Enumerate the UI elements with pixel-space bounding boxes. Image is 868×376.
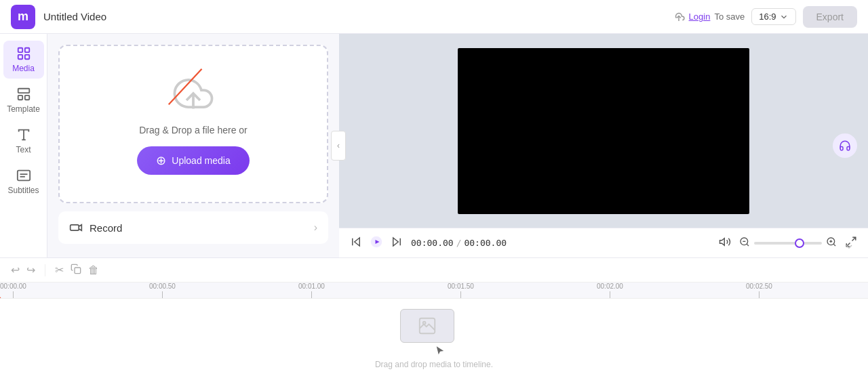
svg-rect-5 <box>18 89 29 93</box>
zoom-out-icon <box>739 236 750 247</box>
zoom-slider[interactable] <box>754 242 822 245</box>
svg-rect-1 <box>18 48 22 52</box>
preview-section: ‹ <box>339 34 868 257</box>
zoom-area <box>739 236 837 250</box>
collapse-panel-button[interactable]: ‹ <box>331 131 346 161</box>
template-icon <box>16 87 31 102</box>
play-icon <box>370 236 382 248</box>
zoom-in-icon <box>826 236 837 247</box>
skip-forward-button[interactable] <box>391 236 403 250</box>
cursor-icon <box>434 345 446 357</box>
topbar: m Untitled Video Login To save 16:9 Expo… <box>0 0 868 34</box>
svg-rect-2 <box>24 48 28 52</box>
media-panel: Drag & Drop a file here or ⊕ Upload medi… <box>47 34 339 257</box>
timeline-area: ↩ ↪ ✂ 🗑 00:00.00 00:00.50 <box>0 257 868 376</box>
text-icon <box>16 127 31 142</box>
image-placeholder-icon <box>417 316 437 336</box>
cut-button[interactable]: ✂ <box>55 264 64 276</box>
timeline-content: Drag and drop media to timeline. <box>0 299 868 376</box>
playback-bar: 00:00.00 / 00:00.00 <box>339 228 868 257</box>
delete-button[interactable]: 🗑 <box>88 264 99 276</box>
ruler-mark-0: 00:00.00 <box>0 283 26 298</box>
svg-rect-7 <box>24 96 28 100</box>
upload-media-button[interactable]: ⊕ Upload media <box>137 146 249 175</box>
chevron-right-icon: › <box>314 222 317 234</box>
timeline-toolbar: ↩ ↪ ✂ 🗑 <box>0 258 868 283</box>
time-display: 00:00.00 / 00:00.00 <box>411 238 507 248</box>
sidebar: Media Template Text Subtitles <box>0 34 47 257</box>
record-icon <box>69 221 83 234</box>
svg-rect-3 <box>18 55 22 59</box>
ruler-mark-4: 00:02.00 <box>597 283 623 298</box>
sidebar-item-media[interactable]: Media <box>3 41 44 79</box>
svg-rect-4 <box>24 55 28 59</box>
login-hint: Login To save <box>673 11 745 23</box>
svg-marker-22 <box>720 238 725 246</box>
page-title: Untitled Video <box>43 11 665 22</box>
collapse-timeline-button[interactable] <box>841 238 857 255</box>
play-button[interactable] <box>370 236 382 250</box>
skip-back-button[interactable] <box>350 236 362 250</box>
skip-forward-icon <box>391 236 403 248</box>
audio-monitor-button[interactable] <box>833 133 857 158</box>
ratio-select[interactable]: 16:9 <box>751 8 795 25</box>
chevron-down-icon <box>779 12 789 22</box>
record-row[interactable]: Record › <box>58 211 328 244</box>
svg-rect-6 <box>18 96 22 100</box>
svg-line-24 <box>747 244 749 246</box>
export-button[interactable]: Export <box>803 6 857 28</box>
login-link[interactable]: Login <box>689 12 711 22</box>
ruler-mark-5: 00:02.50 <box>746 283 772 298</box>
video-container <box>339 34 868 228</box>
undo-button[interactable]: ↩ <box>11 264 20 276</box>
media-icon <box>16 46 31 61</box>
cloud-icon-wrap <box>173 73 214 114</box>
video-screen <box>458 48 749 214</box>
svg-rect-10 <box>17 171 29 181</box>
cloud-save-icon <box>673 11 685 23</box>
svg-marker-20 <box>393 238 399 246</box>
zoom-out-button[interactable] <box>739 236 750 250</box>
chevron-down-icon <box>844 241 854 252</box>
ruler-mark-2: 00:01.00 <box>298 283 325 298</box>
sidebar-item-text[interactable]: Text <box>3 122 44 160</box>
timeline-clip[interactable] <box>400 309 454 343</box>
upload-area: Drag & Drop a file here or ⊕ Upload medi… <box>58 45 328 203</box>
main-area: Media Template Text Subtitles <box>0 34 868 257</box>
headphone-icon <box>839 140 851 152</box>
sidebar-item-template[interactable]: Template <box>3 81 44 119</box>
sidebar-item-subtitles[interactable]: Subtitles <box>3 163 44 201</box>
copy-icon <box>71 264 81 274</box>
volume-icon <box>719 236 731 248</box>
svg-point-34 <box>423 322 426 325</box>
drag-drop-text: Drag & Drop a file here or <box>139 125 248 135</box>
timeline-drop-hint: Drag and drop media to timeline. <box>375 360 493 369</box>
skip-back-icon <box>350 236 362 248</box>
volume-button[interactable] <box>719 236 731 250</box>
redo-button[interactable]: ↪ <box>26 264 35 276</box>
topbar-right: Login To save 16:9 Export <box>673 6 857 28</box>
svg-marker-16 <box>355 238 360 246</box>
ruler-mark-1: 00:00.50 <box>149 283 176 298</box>
timeline-ruler: 00:00.00 00:00.50 00:01.00 00:01.50 00:0… <box>0 283 868 299</box>
copy-button[interactable] <box>71 264 81 277</box>
cloud-upload-icon <box>173 73 214 114</box>
timeline-cursor <box>434 345 446 357</box>
svg-rect-15 <box>71 225 79 230</box>
svg-rect-32 <box>75 268 81 274</box>
zoom-in-button[interactable] <box>826 236 837 250</box>
ruler-mark-3: 00:01.50 <box>448 283 474 298</box>
app-logo: m <box>11 5 35 29</box>
svg-line-27 <box>833 244 835 246</box>
subtitles-icon <box>16 168 31 183</box>
